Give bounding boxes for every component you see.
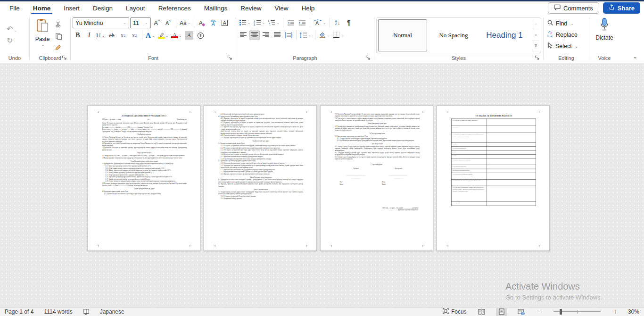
zoom-out-button[interactable]: − — [536, 308, 542, 316]
increase-indent-button[interactable] — [297, 17, 307, 28]
clipboard-dialog-launcher[interactable] — [62, 55, 67, 61]
underline-button[interactable]: U⌄ — [95, 30, 106, 41]
print-layout-button[interactable] — [496, 308, 507, 316]
distribute-text-button[interactable] — [283, 30, 294, 40]
multilevel-list-button[interactable]: 1ai⌄ — [267, 17, 281, 28]
focus-mode-button[interactable]: Focus — [442, 308, 468, 316]
tab-help[interactable]: Help — [295, 1, 322, 15]
align-right-button[interactable] — [261, 30, 271, 40]
property-info-table: 1.Үл хөдлөх эд хөрөнгийн төрөл, зориулал… — [451, 119, 536, 206]
styles-gallery-more[interactable]: ⊽ — [532, 41, 539, 51]
italic-button[interactable]: I — [84, 30, 94, 41]
group-paragraph: ⌄ 123⌄ 1ai⌄ A⌄ AZ↓ ¶ ⌄ — [236, 15, 374, 63]
comments-button[interactable]: Comments — [548, 2, 599, 14]
microphone-icon — [600, 17, 609, 33]
collapse-ribbon-chevron[interactable]: ⌄ — [633, 53, 637, 60]
text-effects-button[interactable]: A⌄ — [145, 30, 156, 41]
share-button[interactable]: Share — [603, 2, 640, 14]
asian-layout-button[interactable]: A⌄ — [313, 17, 327, 28]
word-count[interactable]: 1114 words — [43, 308, 73, 316]
superscript-button[interactable]: x2 — [129, 30, 140, 41]
show-paragraph-marks-button[interactable]: ¶ — [344, 17, 354, 28]
dictate-button[interactable]: Dictate — [591, 17, 618, 53]
find-button[interactable]: Find⌄ — [547, 19, 585, 28]
sort-button[interactable]: AZ↓ — [332, 17, 343, 28]
document-page-1[interactable]: ҮЛ ХӨДЛӨХ ЭД ХӨРӨНГИЙН ЗУУЧЛАЛЫН ГЭРЭЭ20… — [87, 105, 200, 251]
document-canvas[interactable]: ҮЛ ХӨДЛӨХ ЭД ХӨРӨНГИЙН ЗУУЧЛАЛЫН ГЭРЭЭ20… — [0, 63, 644, 307]
line-spacing-button[interactable]: ⌄ — [299, 30, 313, 40]
zoom-in-button[interactable]: + — [612, 308, 619, 316]
font-name-combo[interactable]: Yu Mincho⌄ — [73, 17, 129, 28]
tab-home[interactable]: Home — [26, 1, 58, 15]
align-left-button[interactable] — [238, 30, 248, 40]
read-mode-button[interactable] — [476, 308, 487, 316]
zoom-slider[interactable] — [553, 311, 601, 312]
cut-button[interactable] — [53, 19, 64, 29]
highlight-color-button[interactable]: ⌄ — [157, 30, 170, 41]
copy-button[interactable] — [53, 31, 64, 41]
language-indicator[interactable]: Japanese — [99, 308, 125, 316]
font-dialog-launcher[interactable] — [227, 55, 233, 61]
align-center-button[interactable] — [249, 30, 260, 40]
phonetic-guide-button[interactable]: abcA — [208, 18, 218, 28]
crop-mark-tl — [97, 111, 99, 113]
styles-dialog-launcher[interactable] — [535, 55, 540, 61]
justify-button[interactable] — [272, 30, 282, 40]
tab-layout[interactable]: Layout — [119, 1, 152, 15]
tab-view[interactable]: View — [268, 1, 295, 15]
tab-file[interactable]: File — [3, 1, 26, 15]
character-shading-button[interactable]: A — [184, 30, 194, 41]
tab-references[interactable]: References — [152, 1, 198, 15]
clear-formatting-button[interactable]: A◆ — [197, 18, 207, 28]
strikethrough-button[interactable]: ab — [107, 30, 117, 41]
undo-button[interactable]: ↶⌄ — [7, 25, 23, 33]
format-painter-button[interactable] — [53, 42, 64, 53]
paragraph: 1.3 Зуучлагч нь Үл хөдлөх эд хөрөнгийг х… — [102, 147, 187, 151]
borders-button[interactable]: ⌄ — [332, 30, 345, 40]
tab-insert[interactable]: Insert — [57, 1, 86, 15]
document-page-4[interactable]: ҮЛ ХӨДЛӨХ ЭД ХӨРӨНГИЙН МЭДЭЭЛЭЛ1.Үл хөдл… — [437, 105, 550, 251]
tab-review[interactable]: Review — [234, 1, 268, 15]
styles-scroll-up[interactable]: ˄ — [532, 19, 539, 30]
shrink-font-button[interactable]: A˅ — [163, 18, 173, 28]
bullets-button[interactable]: ⌄ — [238, 17, 252, 28]
style-no-spacing[interactable]: No Spacing — [429, 19, 478, 51]
paragraph-dialog-launcher[interactable] — [365, 55, 371, 61]
character-border-button[interactable]: A — [219, 18, 230, 28]
paste-button[interactable]: Paste ⌄ — [32, 17, 53, 53]
document-page-2[interactable]: 4.1.2 Зуучлагчийн үйл ажиллагаатай холбо… — [204, 105, 317, 251]
web-layout-button[interactable] — [516, 308, 527, 316]
zoom-slider-thumb[interactable] — [560, 309, 562, 315]
tab-mailings[interactable]: Mailings — [198, 1, 234, 15]
grow-font-button[interactable]: A˄ — [152, 18, 162, 28]
document-page-3[interactable]: 7.2. Талууд нь Гэрээний 7 дугаар зүйлийн… — [320, 105, 433, 251]
font-size-combo[interactable]: 11⌄ — [130, 17, 151, 28]
paragraph: Энэхүү Үл хөдлөх эд хөрөнгийн зуучлалын … — [102, 122, 187, 126]
paragraph: 7.2. Талууд нь Гэрээний 7 дугаар зүйлийн… — [335, 113, 420, 117]
page-indicator[interactable]: Page 1 of 4 — [4, 308, 34, 316]
date-number-line: 2023 оны ......-р сарын ...... өдөр№ ...… — [102, 119, 187, 120]
select-button[interactable]: Select⌄ — [547, 42, 585, 51]
subscript-button[interactable]: x2 — [118, 30, 128, 41]
style-heading-1[interactable]: Heading 1 — [480, 19, 529, 51]
tab-design[interactable]: Design — [86, 1, 119, 15]
paste-dropdown[interactable]: ⌄ — [41, 43, 45, 46]
svg-text:i: i — [270, 24, 270, 26]
enclose-characters-button[interactable] — [195, 30, 206, 41]
style-normal[interactable]: Normal — [378, 19, 427, 51]
proofing-status-icon[interactable] — [82, 308, 91, 316]
styles-scroll-down[interactable]: ˅ — [532, 30, 539, 41]
font-color-button[interactable]: A⌄ — [170, 30, 183, 41]
section-heading: Гэрээ байгуулсан: — [335, 164, 420, 165]
svg-text:A: A — [315, 20, 319, 26]
section-heading: Тав.Зуучлагчийн эрх, үүрэг — [218, 140, 303, 141]
change-case-button[interactable]: Aa⌄ — [179, 18, 191, 28]
decrease-indent-button[interactable] — [286, 17, 296, 28]
shading-button[interactable]: ⌄ — [318, 30, 331, 40]
numbering-button[interactable]: 123⌄ — [253, 17, 266, 28]
redo-button[interactable]: ↻ — [7, 37, 23, 44]
crop-mark-bl — [330, 245, 332, 247]
zoom-level[interactable]: 30% — [627, 308, 640, 316]
replace-button[interactable]: bc Replace — [547, 30, 585, 40]
bold-button[interactable]: B — [73, 30, 83, 41]
